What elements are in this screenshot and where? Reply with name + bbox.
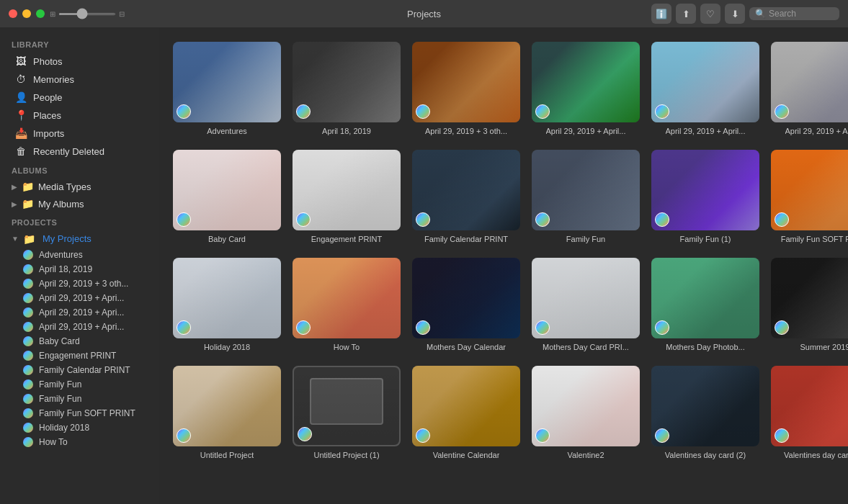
media-types-label: Media Types (38, 181, 91, 192)
sidebar-item-familyfun[interactable]: Family Fun (0, 377, 159, 392)
sidebar-item-recently-deleted[interactable]: 🗑 Recently Deleted (3, 143, 156, 160)
sidebar-item-media-types[interactable]: ▶ 📁 Media Types (0, 178, 159, 195)
export-button[interactable]: ⬇ (725, 4, 745, 24)
project-item-familyfun[interactable]: Family Fun (532, 150, 640, 243)
project-badge-icon (416, 104, 430, 119)
sidebar-item-apr29b[interactable]: April 29, 2019 + Apri... (0, 291, 159, 305)
project-item-apr29d[interactable]: April 29, 2019 + April... (771, 42, 848, 135)
sidebar-item-apr18[interactable]: April 18, 2019 (0, 262, 159, 276)
close-button[interactable] (9, 9, 17, 18)
sidebar: Library 🖼 Photos ⏱ Memories 👤 People 📍 P… (0, 27, 159, 504)
sidebar-item-familycal[interactable]: Family Calendar PRINT (0, 363, 159, 377)
sidebar-item-places-label: Places (33, 110, 61, 121)
sidebar-project-label: How To (39, 437, 68, 447)
project-item-apr29c[interactable]: April 29, 2019 + April... (651, 42, 759, 135)
my-albums-icon: 📁 (22, 198, 34, 210)
places-icon: 📍 (14, 109, 27, 121)
project-thumb-babycard (173, 150, 281, 230)
minimize-button[interactable] (22, 9, 31, 18)
project-thumb-howto (293, 258, 401, 338)
project-badge-icon (655, 212, 669, 227)
info-button[interactable]: ℹ️ (651, 4, 671, 24)
search-input[interactable] (769, 9, 834, 19)
sidebar-item-people[interactable]: 👤 People (3, 89, 156, 106)
project-item-adventures[interactable]: Adventures (173, 42, 281, 135)
sidebar-project-label: Family Calendar PRINT (39, 365, 130, 375)
project-item-howto[interactable]: How To (293, 258, 401, 351)
project-item-mothersboto[interactable]: Mothers Day Photob... (651, 258, 759, 351)
project-badge-icon (177, 212, 191, 227)
project-dot-icon (23, 394, 33, 404)
sidebar-item-people-label: People (33, 92, 62, 103)
sidebar-item-engagement[interactable]: Engagement PRINT (0, 348, 159, 363)
sidebar-project-label: April 29, 2019 + Apri... (39, 307, 124, 318)
project-badge-icon (775, 104, 789, 119)
project-badge-icon (177, 104, 191, 119)
project-item-holiday[interactable]: Holiday 2018 (173, 258, 281, 351)
project-thumb-valentinescard2 (771, 366, 848, 446)
sidebar-project-label: April 18, 2019 (39, 264, 92, 274)
project-dot-icon (23, 250, 33, 260)
sidebar-project-label: Family Fun (39, 379, 81, 390)
project-item-familyfunsoft[interactable]: Family Fun SOFT PRINT (771, 150, 848, 243)
project-badge-icon (416, 428, 430, 443)
project-item-motherscard[interactable]: Mothers Day Card PRI... (532, 258, 640, 351)
sidebar-item-apr29a[interactable]: April 29, 2019 + 3 oth... (0, 276, 159, 291)
project-item-valentine[interactable]: Valentine Calendar (412, 366, 520, 459)
project-dot-icon (23, 365, 33, 375)
project-item-mothers[interactable]: Mothers Day Calendar (412, 258, 520, 351)
project-dot-icon (23, 307, 33, 318)
sidebar-item-imports[interactable]: 📥 Imports (3, 125, 156, 142)
sidebar-item-adventures[interactable]: Adventures (0, 248, 159, 262)
project-item-apr18[interactable]: April 18, 2019 (293, 42, 401, 135)
project-item-apr29a[interactable]: April 29, 2019 + 3 oth... (412, 42, 520, 135)
sidebar-project-label: April 29, 2019 + Apri... (39, 322, 124, 332)
project-dot-icon (23, 322, 33, 332)
share-button[interactable]: ⬆ (676, 4, 696, 24)
sidebar-item-howto[interactable]: How To (0, 435, 159, 449)
project-badge-icon (298, 427, 312, 441)
sidebar-item-places[interactable]: 📍 Places (3, 107, 156, 124)
project-thumb-apr29c (651, 42, 759, 122)
sidebar-item-photos[interactable]: 🖼 Photos (3, 53, 156, 70)
window-title: Projects (407, 9, 441, 19)
project-label: Holiday 2018 (204, 343, 250, 351)
toolbar-right: ℹ️ ⬆ ♡ ⬇ 🔍 (651, 4, 839, 24)
sidebar-item-my-projects[interactable]: ▼ 📁 My Projects (0, 230, 159, 248)
project-item-babycard[interactable]: Baby Card (173, 150, 281, 243)
sidebar-item-babycard[interactable]: Baby Card (0, 334, 159, 348)
sidebar-item-my-albums[interactable]: ▶ 📁 My Albums (0, 195, 159, 212)
sidebar-item-holiday[interactable]: Holiday 2018 (0, 420, 159, 435)
search-icon: 🔍 (755, 9, 766, 19)
maximize-button[interactable] (36, 9, 45, 18)
favorite-button[interactable]: ♡ (700, 4, 720, 24)
sidebar-item-apr29d[interactable]: April 29, 2019 + Apri... (0, 320, 159, 334)
project-item-summer[interactable]: Summer 2019 (771, 258, 848, 351)
project-item-untitled1[interactable]: Untitled Project (1) (293, 366, 401, 459)
project-thumb-familycal (412, 150, 520, 230)
project-badge-icon (535, 320, 550, 335)
sidebar-item-apr29c[interactable]: April 29, 2019 + Apri... (0, 305, 159, 320)
project-item-engagement[interactable]: Engagement PRINT (293, 150, 401, 243)
project-item-untitled[interactable]: Untitled Project (173, 366, 281, 459)
project-item-valentine2[interactable]: Valentine2 (532, 366, 640, 459)
search-box[interactable]: 🔍 (749, 7, 839, 20)
project-item-valentinescard[interactable]: Valentines day card (2) (651, 366, 759, 459)
project-thumb-familyfun (532, 150, 640, 230)
sidebar-item-familyfun2[interactable]: Family Fun (0, 392, 159, 406)
my-projects-icon: 📁 (23, 233, 35, 245)
sidebar-item-memories[interactable]: ⏱ Memories (3, 71, 156, 88)
sidebar-item-familyfunsoft[interactable]: Family Fun SOFT PRINT (0, 406, 159, 420)
project-item-valentinescard2[interactable]: Valentines day card P... (771, 366, 848, 459)
project-item-apr29b[interactable]: April 29, 2019 + April... (532, 42, 640, 135)
sidebar-project-label: Family Fun (39, 394, 81, 404)
zoom-slider[interactable]: ⊞ ⊟ (50, 10, 125, 18)
project-thumb-valentine (412, 366, 520, 446)
project-item-familyfun1[interactable]: Family Fun (1) (651, 150, 759, 243)
my-projects-label: My Projects (43, 233, 92, 244)
project-label: April 29, 2019 + April... (785, 127, 849, 135)
project-item-familycal[interactable]: Family Calendar PRINT (412, 150, 520, 243)
project-label: Family Fun (566, 235, 605, 243)
project-thumb-apr29d (771, 42, 848, 122)
library-section-label: Library (0, 35, 159, 52)
